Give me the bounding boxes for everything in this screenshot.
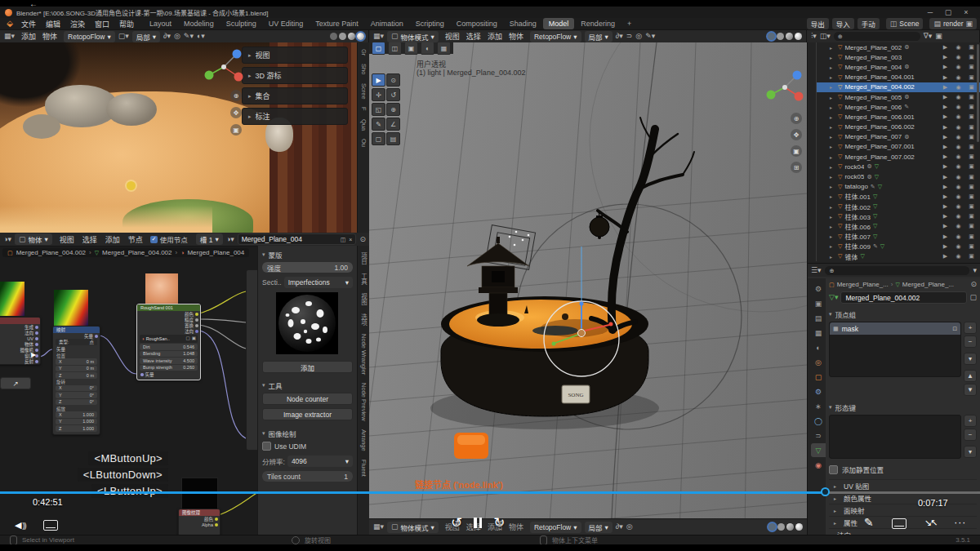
move-tool-icon[interactable]: ✢ [372,88,385,101]
orientation-dropdown[interactable]: 局部▾ [132,31,160,42]
options-icon[interactable]: ▾ [973,267,977,274]
outliner-row[interactable]: ▸ ▽ Merged_Plane_004.002 ⚙ ✎ ▽ ▶ ◉ ▣ [817,82,980,92]
n-panel-section[interactable]: ▸集合 [242,87,348,104]
side-tab[interactable]: Fluent [360,460,368,477]
select-subtract-icon[interactable]: ▣ [404,42,418,55]
hide-viewport-toggle-icon[interactable]: ◉ [953,213,964,220]
annotate-tool-icon[interactable]: ✎ [372,118,385,131]
hide-viewport-toggle-icon[interactable]: ◉ [953,44,964,51]
tiles-count-field[interactable]: Tiles count1 [262,471,353,482]
roughsand-group-node[interactable]: RoughSand 001 颜色 糙度 置换 法向 ◑ RoughSan.. ▢… [136,304,201,380]
solid-shading-icon[interactable] [777,33,784,40]
extrude-tool-icon[interactable]: ▤ [386,132,400,145]
outliner-row[interactable]: ▸ ▽ rock04 ⚙ ✎ ▽ ▶ ◉ ▣ [817,162,980,171]
fake-user-icon[interactable]: ▢ [969,294,977,301]
node-row[interactable]: 缩放 [53,406,100,411]
material-name-field[interactable]: Merged_Plane_004 ◫ × [238,233,357,245]
hide-viewport-toggle-icon[interactable]: ◉ [953,203,964,210]
expand-arrow-icon[interactable]: ▸ [830,224,835,229]
camera-view-icon[interactable]: ▣ [791,145,802,157]
selectability-toggle-icon[interactable]: ▶ [940,253,951,260]
hide-render-toggle-icon[interactable]: ▣ [966,184,977,190]
expand-arrow-icon[interactable]: ▸ [830,84,835,90]
viewport-menu-item[interactable]: 物体 [506,31,527,42]
small-collapsed-node[interactable]: ↗ [0,377,31,389]
node-row[interactable]: Z0 m [56,372,97,379]
subtitles-icon[interactable] [43,520,58,531]
hide-render-toggle-icon[interactable]: ▣ [966,44,977,51]
node-counter-button[interactable]: Node counter [262,393,353,405]
viewport-menu-item[interactable]: 视图 [442,31,463,42]
imperfection-sphere-preview[interactable] [276,292,338,354]
node-row[interactable]: X0° [56,385,97,392]
scene-selector[interactable]: ◫ Scene [886,18,924,29]
outliner-row[interactable]: ▸ ▽ Merged_Plane_007 ⚙ ✎ ▽ ▶ ◉ ▣ [817,132,980,142]
add-button[interactable]: 添加 [262,361,353,373]
node-row[interactable]: 类型:点 [56,339,97,345]
hide-viewport-toggle-icon[interactable]: ◉ [953,193,964,200]
properties-editor[interactable]: ☰▾ ⊕ ▾ ⚙▣▤▦◐◎▢⚙∗◯⊃▽◉ ▢ Merged_Plane_...›… [807,263,980,535]
outliner-row[interactable]: ▸ ▽ Merged_Plane_005 ⚙ ✎ ▽ ▶ ◉ ▣ [817,92,980,102]
hide-viewport-toggle-icon[interactable]: ◉ [953,134,964,140]
hide-viewport-toggle-icon[interactable]: ◉ [953,184,964,190]
hide-viewport-toggle-icon[interactable]: ◉ [953,243,964,250]
outliner-row[interactable]: ▸ ▽ rock05 ⚙ ✎ ▽ ▶ ◉ ▣ [817,171,980,181]
rest-position-checkbox[interactable]: 添加静置位置 [829,464,977,474]
add-cube-tool-icon[interactable]: ▢ [372,132,385,145]
node-header[interactable] [0,318,40,324]
node-row[interactable]: Z1.000 [56,425,97,432]
shader-type-dropdown[interactable]: ▢物体▾ [15,233,52,245]
outliner-row[interactable]: ▸ ▽ 柱体.001 ⚙ ✎ ▽ ▶ ◉ ▣ [817,192,980,202]
side-tab[interactable]: Scree [360,83,368,100]
hide-viewport-toggle-icon[interactable]: ◉ [953,113,964,120]
side-tab[interactable]: 工具 [359,273,368,285]
properties-tab-icon[interactable]: ∗ [811,399,826,413]
fake-user-icon[interactable]: ◫ [341,237,346,242]
hide-render-toggle-icon[interactable]: ▣ [966,124,977,131]
shape-key-specials-icon[interactable]: ▾ [964,446,977,458]
side-tab[interactable]: Arrange [360,429,368,451]
properties-section-header[interactable]: ▸▾ UV 贴图 [829,479,977,491]
properties-tab-icon[interactable]: ▢ [811,370,826,384]
outliner-row[interactable]: ▸ ▽ 柱体.002 ⚙ ✎ ▽ ▶ ◉ ▣ [817,202,980,211]
side-tab[interactable]: Gr [360,49,368,56]
hide-render-toggle-icon[interactable]: ▣ [966,243,977,250]
mask-panel-header[interactable]: ▾蒙版 [262,249,353,260]
node-output-socket[interactable]: 法向 [137,328,200,334]
rendered-shading-icon[interactable] [795,33,802,40]
pin-icon[interactable]: ⊙ [970,281,977,288]
selectability-toggle-icon[interactable]: ▶ [940,243,951,250]
node-row[interactable]: X0 m [56,358,97,365]
hide-viewport-toggle-icon[interactable]: ◉ [953,233,964,240]
selectability-toggle-icon[interactable]: ▶ [940,193,951,200]
minimize-button[interactable]: ─ [921,9,939,16]
expand-arrow-icon[interactable]: ▸ [830,154,835,160]
properties-tab-icon[interactable]: ◎ [811,355,826,369]
side-tab[interactable]: 视图 [359,293,368,305]
hide-render-toggle-icon[interactable]: ▣ [966,144,977,150]
outliner-row[interactable]: ▸ ▽ Merged_Plane_002 ⚙ ✎ ▽ ▶ ◉ ▣ [817,42,980,52]
properties-search-input[interactable]: ⊕ [825,266,970,275]
resolution-dropdown[interactable]: 4096▾ [287,455,353,467]
material-browse-icon[interactable]: ◑▾ [226,236,234,243]
outliner-scrollbar[interactable] [977,44,979,142]
retopoflow-menu[interactable]: RetopoFlow▾ [530,31,581,42]
selectability-toggle-icon[interactable]: ▶ [940,134,951,140]
forward-30-button[interactable]: ↻30 [493,514,505,531]
hide-render-toggle-icon[interactable]: ▣ [966,113,977,120]
node-param-slider[interactable]: Blending1.048 [140,351,198,358]
workspace-tab[interactable]: Rendering [575,18,621,29]
outliner-row[interactable]: ▸ ▽ Merged_Plane_004.001 ⚙ ✎ ▽ ▶ ◉ ▣ [817,73,980,82]
retopoflow-menu[interactable]: RetopoFlow▾ [530,522,581,533]
properties-tab-icon[interactable]: ▣ [811,296,826,310]
select-extend-icon[interactable]: ◫ [388,42,402,55]
node-row[interactable]: Y1.000 [56,419,97,425]
outliner-row[interactable]: ▸ ▽ 柱体.006 ⚙ ✎ ▽ ▶ ◉ ▣ [817,221,980,231]
side-tab[interactable]: Qua [360,119,368,131]
expand-arrow-icon[interactable]: ▸ [830,144,835,149]
shape-keys-list[interactable] [829,415,961,459]
node-header[interactable]: 图像纹理 [179,509,220,516]
node-output-socket[interactable]: 反射 [0,358,40,364]
video-progress-track[interactable] [0,491,980,494]
outliner-row[interactable]: ▸ ▽ Merged_Plane_003 ⚙ ✎ ▽ ▶ ◉ ▣ [817,52,980,62]
